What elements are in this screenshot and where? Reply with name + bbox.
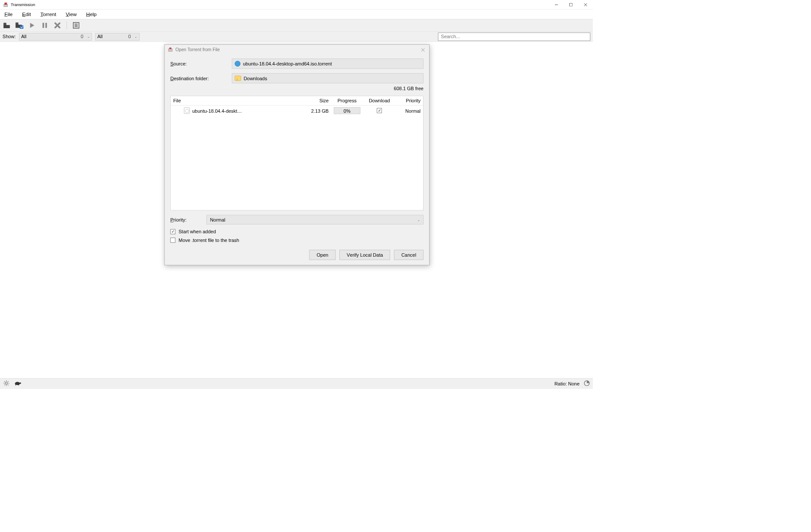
col-priority-header[interactable]: Priority — [396, 96, 423, 105]
app-icon — [3, 1, 9, 8]
priority-label: Priority: — [171, 217, 202, 222]
menu-edit[interactable]: Edit — [21, 10, 32, 18]
file-table: File Size Progress Download Priority ubu… — [171, 96, 424, 211]
table-row[interactable]: ubuntu-18.04.4-deskt… 2.13 GB 0% ✓ Norma… — [171, 105, 423, 115]
close-button[interactable] — [578, 0, 593, 10]
tracker-filter-count: 0 — [128, 34, 131, 39]
file-icon — [184, 108, 190, 114]
move-to-trash-label: Move .torrent file to the trash — [179, 238, 240, 243]
torrent-list-area: Open Torrent from File Source: ubuntu-18… — [0, 42, 593, 378]
status-filter-combo[interactable]: All 0 ⌄ — [19, 33, 92, 41]
filter-bar: Show: All 0 ⌄ All 0 ⌄ — [0, 32, 593, 42]
col-size-header[interactable]: Size — [299, 96, 331, 105]
col-progress-header[interactable]: Progress — [331, 96, 363, 105]
svg-rect-15 — [168, 49, 172, 51]
show-label: Show: — [3, 34, 16, 39]
play-icon[interactable] — [28, 21, 36, 29]
destination-label: Destination folder: — [171, 75, 228, 81]
cancel-button[interactable]: Cancel — [394, 250, 424, 260]
svg-line-26 — [4, 385, 5, 385]
move-to-trash-checkbox[interactable] — [171, 238, 176, 243]
menu-help[interactable]: Help — [85, 10, 98, 18]
stats-mode-icon[interactable] — [584, 380, 590, 387]
svg-line-27 — [8, 381, 9, 382]
svg-point-29 — [20, 382, 21, 384]
file-priority[interactable]: Normal — [396, 105, 423, 115]
tracker-filter-value: All — [97, 34, 102, 39]
start-when-added-checkbox[interactable]: ✓ — [171, 229, 176, 234]
ratio-label: Ratio: None — [555, 381, 580, 386]
app-icon — [168, 47, 173, 53]
remove-icon[interactable] — [53, 21, 62, 29]
svg-rect-31 — [18, 385, 19, 385]
dialog-titlebar: Open Torrent from File — [164, 45, 429, 55]
source-field[interactable]: ubuntu-18.04.4-desktop-amd64.iso.torrent — [232, 59, 424, 69]
turtle-icon[interactable] — [14, 381, 22, 386]
svg-rect-9 — [43, 23, 44, 28]
svg-point-19 — [5, 382, 7, 384]
source-label: Source: — [171, 61, 228, 66]
file-name: ubuntu-18.04.4-deskt… — [192, 108, 242, 113]
folder-icon: ↓ — [235, 76, 241, 81]
status-filter-count: 0 — [81, 34, 83, 39]
svg-line-24 — [4, 381, 5, 382]
menubar: File Edit Torrent View Help — [0, 10, 593, 19]
open-button[interactable]: Open — [309, 250, 335, 260]
file-size: 2.13 GB — [299, 105, 331, 115]
open-torrent-icon[interactable] — [3, 21, 11, 29]
settings-icon[interactable] — [3, 380, 10, 387]
chevron-down-icon: ⌄ — [417, 218, 420, 222]
svg-rect-16 — [169, 47, 171, 49]
svg-line-25 — [8, 385, 9, 385]
statusbar: Ratio: None — [0, 378, 593, 389]
open-url-icon[interactable] — [15, 21, 23, 29]
search-input[interactable] — [438, 33, 591, 41]
verify-button[interactable]: Verify Local Data — [339, 250, 390, 260]
file-progress: 0% — [334, 107, 360, 114]
status-filter-value: All — [21, 34, 26, 39]
titlebar: Transmission — [0, 0, 593, 10]
menu-torrent[interactable]: Torrent — [39, 10, 57, 18]
svg-rect-8 — [20, 25, 23, 29]
toolbar — [0, 19, 593, 32]
globe-icon — [235, 61, 240, 66]
col-download-header[interactable]: Download — [363, 96, 396, 105]
pause-icon[interactable] — [41, 21, 49, 29]
svg-rect-7 — [16, 23, 19, 24]
svg-rect-10 — [46, 23, 47, 28]
svg-rect-6 — [3, 23, 7, 24]
dialog-title: Open Torrent from File — [175, 47, 220, 52]
menu-view[interactable]: View — [65, 10, 78, 18]
window-title: Transmission — [11, 2, 35, 7]
svg-rect-30 — [15, 385, 16, 385]
svg-rect-1 — [5, 3, 7, 4]
tracker-filter-combo[interactable]: All 0 ⌄ — [95, 33, 139, 41]
maximize-button[interactable] — [564, 0, 578, 10]
col-file-header[interactable]: File — [171, 96, 299, 105]
chevron-down-icon: ⌄ — [87, 35, 90, 38]
properties-icon[interactable] — [72, 21, 80, 29]
toolbar-separator — [67, 21, 67, 29]
start-when-added-label: Start when added — [179, 229, 216, 234]
destination-field[interactable]: ↓ Downloads — [232, 73, 424, 83]
priority-select[interactable]: Normal ⌄ — [207, 215, 424, 225]
priority-value: Normal — [210, 217, 225, 222]
download-checkbox[interactable]: ✓ — [377, 108, 382, 113]
main-window: Transmission File Edit Torrent View Help… — [0, 0, 593, 389]
menu-file[interactable]: File — [3, 10, 14, 18]
dialog-close-button[interactable] — [420, 46, 426, 53]
free-space-label: 608.1 GB free — [171, 86, 424, 91]
chevron-down-icon: ⌄ — [135, 35, 137, 38]
file-table-header: File Size Progress Download Priority — [171, 96, 423, 105]
svg-rect-3 — [570, 3, 573, 6]
open-torrent-dialog: Open Torrent from File Source: ubuntu-18… — [164, 44, 430, 265]
minimize-button[interactable] — [549, 0, 564, 10]
source-value: ubuntu-18.04.4-desktop-amd64.iso.torrent — [243, 61, 332, 66]
destination-value: Downloads — [243, 75, 267, 81]
